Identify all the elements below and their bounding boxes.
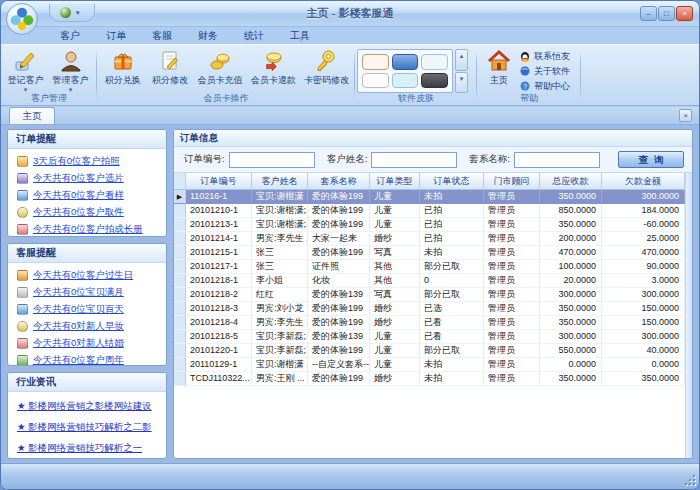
gallery-up-icon[interactable]: ▴ xyxy=(455,49,468,71)
table-row[interactable]: 20101214-1 男宾:李先生 ... 大家一起来 婚纱 已拍 管理员 20… xyxy=(174,232,685,246)
reminder-link[interactable]: 今天共有0位客户周年 xyxy=(8,352,166,367)
reminder-link[interactable]: 今天共有0对新人结婚 xyxy=(8,335,166,352)
row-indicator-header xyxy=(174,173,186,190)
column-header[interactable]: 套系名称 xyxy=(308,173,370,190)
skin-swatch[interactable] xyxy=(421,54,448,70)
table-row[interactable]: 20101210-1 宝贝:谢楷潇;... 爱的体验199 儿童 已拍 管理员 … xyxy=(174,204,685,218)
close-button[interactable]: × xyxy=(676,6,693,21)
reminder-link[interactable]: 今天共有0位宝贝满月 xyxy=(8,284,166,301)
skin-swatch[interactable] xyxy=(392,54,419,70)
news-link[interactable]: ★ 影楼网络营销技巧解析之一 xyxy=(8,438,166,459)
tab-close-icon[interactable]: × xyxy=(679,109,692,122)
reminder-link[interactable]: 3天后有0位客户拍照 xyxy=(8,153,166,170)
quick-launch-icon[interactable] xyxy=(60,7,71,18)
ribbon-tab[interactable]: 订单 xyxy=(93,27,139,44)
column-header[interactable]: 门市顾问 xyxy=(484,173,540,190)
table-row[interactable]: 20101213-1 宝贝:谢楷潇;... 爱的体验199 儿童 已拍 管理员 … xyxy=(174,218,685,232)
minimize-button[interactable]: – xyxy=(640,6,657,21)
cell-order-status: 已拍 xyxy=(420,232,484,246)
ribbon-tab[interactable]: 财务 xyxy=(185,27,231,44)
cell-order-status: 已拍 xyxy=(420,204,484,218)
resize-grip[interactable] xyxy=(684,474,696,486)
ribbon-tab[interactable]: 统计 xyxy=(231,27,277,44)
row-indicator xyxy=(174,358,186,372)
reminder-link[interactable]: 今天共有0位客户取件 xyxy=(8,204,166,221)
table-row[interactable]: 20101215-1 张三 爱的体验199 写真 未拍 管理员 470.0000… xyxy=(174,246,685,260)
customer-name-input[interactable] xyxy=(371,152,457,168)
ribbon-tab[interactable]: 客服 xyxy=(139,27,185,44)
column-header[interactable]: 订单类型 xyxy=(370,173,420,190)
news-link[interactable]: ★ 影楼网络营销之影楼网站建设 xyxy=(8,396,166,417)
table-row[interactable]: 20101218-4 男宾:李先生 ... 爱的体验199 婚纱 已看 管理员 … xyxy=(174,316,685,330)
row-indicator xyxy=(174,260,186,274)
cell-order-id: 20101214-1 xyxy=(186,232,252,246)
column-header[interactable]: 客户姓名 xyxy=(252,173,308,190)
reminder-link[interactable]: 今天共有0位客户选片 xyxy=(8,170,166,187)
tab-home[interactable]: 主页 xyxy=(9,107,55,124)
points-edit-button[interactable]: 积分修改 xyxy=(146,47,193,95)
package-name-input[interactable] xyxy=(514,152,600,168)
contact-vendor-button[interactable]: 联系恒友 xyxy=(519,50,570,63)
table-row[interactable]: 20101218-5 宝贝:李新磊; 爱的体验139 儿童 已看 管理员 300… xyxy=(174,330,685,344)
cell-order-status: 部分已取 xyxy=(420,344,484,358)
table-scrollbar[interactable] xyxy=(685,173,692,458)
table-row[interactable]: 20101218-2 红红 爱的体验139 写真 部分已取 管理员 300.00… xyxy=(174,288,685,302)
cell-total-due: 350.0000 xyxy=(540,190,602,204)
skin-swatch[interactable] xyxy=(421,73,448,89)
cell-order-type: 婚纱 xyxy=(370,372,420,386)
table-row[interactable]: TCDJ110322... 男宾:王刚 ... 爱的体验199 婚纱 未拍 管理… xyxy=(174,372,685,386)
column-header[interactable]: 订单状态 xyxy=(420,173,484,190)
column-header[interactable]: 订单编号 xyxy=(186,173,252,190)
row-indicator xyxy=(174,316,186,330)
table-row[interactable]: 20101218-3 男宾:刘小龙 爱的体验199 婚纱 已选 管理员 350.… xyxy=(174,302,685,316)
gallery-down-icon[interactable]: ▾ xyxy=(455,72,468,94)
home-button[interactable]: 主页 xyxy=(479,47,519,95)
reminder-icon xyxy=(17,224,28,235)
qat-dropdown-icon[interactable]: ▾ xyxy=(76,9,80,17)
card-password-button[interactable]: 卡密码修改 xyxy=(300,47,353,95)
app-logo-button[interactable] xyxy=(6,3,38,35)
ribbon-group-help: 主页 联系恒友 关于软件 xyxy=(477,45,581,105)
table-row[interactable]: 20101217-1 张三 证件照 其他 部分已取 管理员 100.0000 9… xyxy=(174,260,685,274)
about-software-button[interactable]: 关于软件 xyxy=(519,65,570,78)
cell-package-name: 化妆 xyxy=(308,274,370,288)
table-row[interactable]: 20101218-1 李小姐 化妆 其他 0 管理员 20.0000 3.000… xyxy=(174,274,685,288)
pinwheel-icon xyxy=(7,4,37,34)
maximize-button[interactable]: □ xyxy=(658,6,675,21)
reminder-link[interactable]: 今天共有0位客户拍成长册 xyxy=(8,221,166,237)
manage-customer-button[interactable]: 管理客户 ▾ xyxy=(48,47,93,95)
cell-total-due: 200.0000 xyxy=(540,232,602,246)
order-info-title: 订单信息 xyxy=(174,130,692,147)
ribbon-tab[interactable]: 工具 xyxy=(277,27,323,44)
reminder-link[interactable]: 今天共有0位客户看样 xyxy=(8,187,166,204)
skin-swatch[interactable] xyxy=(362,73,389,89)
points-exchange-button[interactable]: 积分兑换 xyxy=(99,47,146,95)
news-link[interactable]: ★ 影楼网络营销技巧解析之二影 xyxy=(8,417,166,438)
ribbon-group-customer: 登记客户 ▾ 管理客户 ▾ 客户管理 xyxy=(1,45,97,105)
column-header[interactable]: 欠款金额 xyxy=(602,173,685,190)
skin-swatch[interactable] xyxy=(392,73,419,89)
cell-package-name: 爱的体验139 xyxy=(308,330,370,344)
reminder-icon xyxy=(17,207,28,218)
card-refund-button[interactable]: 会员卡退款 xyxy=(247,47,300,95)
cell-order-type: 其他 xyxy=(370,274,420,288)
ribbon-tab[interactable]: 客户 xyxy=(47,27,93,44)
cell-order-status: 已看 xyxy=(420,330,484,344)
reminder-link[interactable]: 今天共有0位宝贝百天 xyxy=(8,301,166,318)
card-recharge-button[interactable]: 会员卡充值 xyxy=(194,47,247,95)
cell-customer-name: 男宾:李先生 ... xyxy=(252,232,308,246)
table-row[interactable]: 20110129-1 宝贝:谢楷潇 ... --自定义套系-- 儿童 未拍 管理… xyxy=(174,358,685,372)
register-customer-button[interactable]: 登记客户 ▾ xyxy=(3,47,48,95)
table-row[interactable]: 20101220-1 宝贝:李新磊; 爱的体验199 儿童 部分已取 管理员 5… xyxy=(174,344,685,358)
column-header[interactable]: 总应收款 xyxy=(540,173,602,190)
reminder-link[interactable]: 今天共有0位客户过生日 xyxy=(8,267,166,284)
cell-order-status: 部分已取 xyxy=(420,260,484,274)
skin-swatch[interactable] xyxy=(362,54,389,70)
reminder-icon xyxy=(17,338,28,349)
cell-customer-name: 张三 xyxy=(252,260,308,274)
reminder-link[interactable]: 今天共有0对新人早妆 xyxy=(8,318,166,335)
query-button[interactable]: 查询 xyxy=(618,151,684,168)
order-no-input[interactable] xyxy=(229,152,315,168)
table-row[interactable]: 110216-1 宝贝:谢楷潇 ... 爱的体验199 儿童 未拍 管理员 35… xyxy=(174,190,685,204)
help-center-button[interactable]: ? 帮助中心 xyxy=(519,80,570,93)
